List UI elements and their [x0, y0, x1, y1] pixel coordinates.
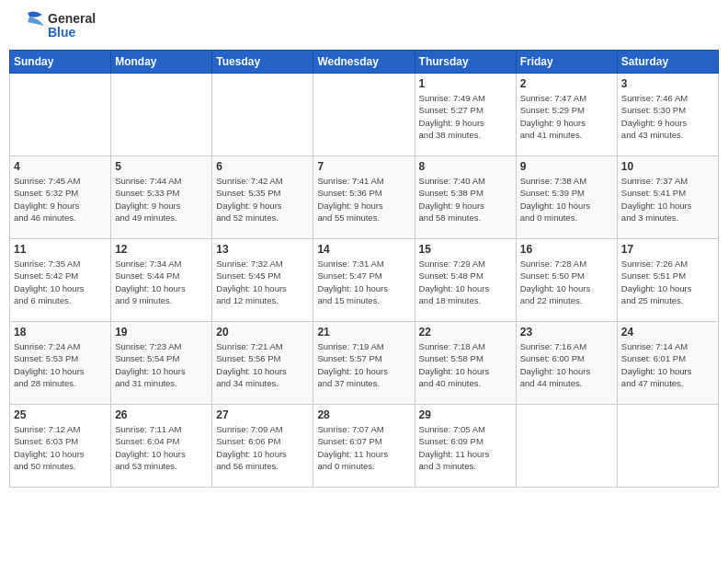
page-header: General Blue [9, 9, 719, 42]
calendar-table: Sunday Monday Tuesday Wednesday Thursday… [9, 50, 719, 488]
day-number: 18 [14, 326, 107, 339]
calendar-week-row: 4Sunrise: 7:45 AM Sunset: 5:32 PM Daylig… [10, 156, 719, 239]
day-number: 14 [317, 243, 410, 256]
calendar-cell: 8Sunrise: 7:40 AM Sunset: 5:38 PM Daylig… [415, 156, 516, 239]
calendar-cell: 6Sunrise: 7:42 AM Sunset: 5:35 PM Daylig… [212, 156, 313, 239]
calendar-cell: 22Sunrise: 7:18 AM Sunset: 5:58 PM Dayli… [415, 322, 516, 405]
day-info: Sunrise: 7:38 AM Sunset: 5:39 PM Dayligh… [520, 175, 613, 224]
calendar-cell: 12Sunrise: 7:34 AM Sunset: 5:44 PM Dayli… [111, 239, 212, 322]
day-info: Sunrise: 7:11 AM Sunset: 6:04 PM Dayligh… [115, 423, 208, 472]
day-number: 26 [115, 408, 208, 421]
day-number: 16 [520, 243, 613, 256]
logo-general-text: General [48, 12, 96, 26]
calendar-week-row: 11Sunrise: 7:35 AM Sunset: 5:42 PM Dayli… [10, 239, 719, 322]
calendar-cell: 19Sunrise: 7:23 AM Sunset: 5:54 PM Dayli… [111, 322, 212, 405]
calendar-cell: 18Sunrise: 7:24 AM Sunset: 5:53 PM Dayli… [10, 322, 111, 405]
day-number: 8 [419, 160, 512, 173]
calendar-cell: 11Sunrise: 7:35 AM Sunset: 5:42 PM Dayli… [10, 239, 111, 322]
col-sunday: Sunday [10, 51, 111, 74]
day-info: Sunrise: 7:07 AM Sunset: 6:07 PM Dayligh… [317, 423, 410, 472]
day-info: Sunrise: 7:44 AM Sunset: 5:33 PM Dayligh… [115, 175, 208, 224]
day-info: Sunrise: 7:12 AM Sunset: 6:03 PM Dayligh… [14, 423, 107, 472]
day-number: 27 [216, 408, 309, 421]
calendar-cell: 26Sunrise: 7:11 AM Sunset: 6:04 PM Dayli… [111, 405, 212, 488]
day-number: 1 [419, 77, 512, 90]
day-number: 6 [216, 160, 309, 173]
col-friday: Friday [516, 51, 617, 74]
day-info: Sunrise: 7:14 AM Sunset: 6:01 PM Dayligh… [621, 340, 714, 389]
day-number: 4 [14, 160, 107, 173]
calendar-cell: 5Sunrise: 7:44 AM Sunset: 5:33 PM Daylig… [111, 156, 212, 239]
col-saturday: Saturday [617, 51, 718, 74]
day-info: Sunrise: 7:31 AM Sunset: 5:47 PM Dayligh… [317, 258, 410, 306]
day-info: Sunrise: 7:09 AM Sunset: 6:06 PM Dayligh… [216, 423, 309, 472]
day-number: 21 [317, 326, 410, 339]
col-thursday: Thursday [415, 51, 516, 74]
day-number: 25 [14, 408, 107, 421]
calendar-cell: 21Sunrise: 7:19 AM Sunset: 5:57 PM Dayli… [313, 322, 415, 405]
calendar-cell: 16Sunrise: 7:28 AM Sunset: 5:50 PM Dayli… [516, 239, 617, 322]
calendar-cell: 4Sunrise: 7:45 AM Sunset: 5:32 PM Daylig… [10, 156, 111, 239]
day-number: 13 [216, 243, 309, 256]
day-info: Sunrise: 7:19 AM Sunset: 5:57 PM Dayligh… [317, 340, 410, 389]
calendar-cell: 14Sunrise: 7:31 AM Sunset: 5:47 PM Dayli… [313, 239, 415, 322]
day-info: Sunrise: 7:21 AM Sunset: 5:56 PM Dayligh… [216, 340, 309, 389]
calendar-cell: 27Sunrise: 7:09 AM Sunset: 6:06 PM Dayli… [212, 405, 313, 488]
day-info: Sunrise: 7:42 AM Sunset: 5:35 PM Dayligh… [216, 175, 309, 224]
calendar-header-row: Sunday Monday Tuesday Wednesday Thursday… [10, 51, 719, 74]
day-info: Sunrise: 7:47 AM Sunset: 5:29 PM Dayligh… [520, 92, 613, 141]
day-info: Sunrise: 7:34 AM Sunset: 5:44 PM Dayligh… [115, 258, 208, 306]
day-info: Sunrise: 7:46 AM Sunset: 5:30 PM Dayligh… [621, 92, 714, 141]
calendar-cell: 28Sunrise: 7:07 AM Sunset: 6:07 PM Dayli… [313, 405, 415, 488]
day-number: 29 [419, 408, 512, 421]
day-info: Sunrise: 7:24 AM Sunset: 5:53 PM Dayligh… [14, 340, 107, 389]
col-monday: Monday [111, 51, 212, 74]
calendar-cell: 20Sunrise: 7:21 AM Sunset: 5:56 PM Dayli… [212, 322, 313, 405]
calendar-cell: 25Sunrise: 7:12 AM Sunset: 6:03 PM Dayli… [10, 405, 111, 488]
day-number: 9 [520, 160, 613, 173]
day-number: 19 [115, 326, 208, 339]
col-tuesday: Tuesday [212, 51, 313, 74]
calendar-cell: 29Sunrise: 7:05 AM Sunset: 6:09 PM Dayli… [415, 405, 516, 488]
calendar-cell: 17Sunrise: 7:26 AM Sunset: 5:51 PM Dayli… [617, 239, 718, 322]
day-number: 11 [14, 243, 107, 256]
day-number: 3 [621, 77, 714, 90]
calendar-week-row: 18Sunrise: 7:24 AM Sunset: 5:53 PM Dayli… [10, 322, 719, 405]
day-info: Sunrise: 7:35 AM Sunset: 5:42 PM Dayligh… [14, 258, 107, 306]
calendar-cell: 2Sunrise: 7:47 AM Sunset: 5:29 PM Daylig… [516, 74, 617, 156]
day-info: Sunrise: 7:23 AM Sunset: 5:54 PM Dayligh… [115, 340, 208, 389]
calendar-week-row: 1Sunrise: 7:49 AM Sunset: 5:27 PM Daylig… [10, 74, 719, 156]
day-info: Sunrise: 7:41 AM Sunset: 5:36 PM Dayligh… [317, 175, 410, 224]
calendar-cell: 1Sunrise: 7:49 AM Sunset: 5:27 PM Daylig… [415, 74, 516, 156]
day-number: 24 [621, 326, 714, 339]
calendar-body: 1Sunrise: 7:49 AM Sunset: 5:27 PM Daylig… [10, 74, 719, 488]
calendar-cell: 3Sunrise: 7:46 AM Sunset: 5:30 PM Daylig… [617, 74, 718, 156]
calendar-cell [516, 405, 617, 488]
calendar-cell [313, 74, 415, 156]
calendar-cell: 24Sunrise: 7:14 AM Sunset: 6:01 PM Dayli… [617, 322, 718, 405]
calendar-cell: 9Sunrise: 7:38 AM Sunset: 5:39 PM Daylig… [516, 156, 617, 239]
day-info: Sunrise: 7:49 AM Sunset: 5:27 PM Dayligh… [419, 92, 512, 141]
calendar-cell: 10Sunrise: 7:37 AM Sunset: 5:41 PM Dayli… [617, 156, 718, 239]
calendar-cell: 15Sunrise: 7:29 AM Sunset: 5:48 PM Dayli… [415, 239, 516, 322]
day-info: Sunrise: 7:05 AM Sunset: 6:09 PM Dayligh… [419, 423, 512, 472]
calendar-cell [212, 74, 313, 156]
day-info: Sunrise: 7:40 AM Sunset: 5:38 PM Dayligh… [419, 175, 512, 224]
day-number: 7 [317, 160, 410, 173]
day-info: Sunrise: 7:37 AM Sunset: 5:41 PM Dayligh… [621, 175, 714, 224]
day-number: 10 [621, 160, 714, 173]
day-info: Sunrise: 7:32 AM Sunset: 5:45 PM Dayligh… [216, 258, 309, 306]
calendar-cell: 13Sunrise: 7:32 AM Sunset: 5:45 PM Dayli… [212, 239, 313, 322]
calendar-cell: 23Sunrise: 7:16 AM Sunset: 6:00 PM Dayli… [516, 322, 617, 405]
logo-svg [9, 9, 46, 42]
day-info: Sunrise: 7:16 AM Sunset: 6:00 PM Dayligh… [520, 340, 613, 389]
day-number: 12 [115, 243, 208, 256]
day-number: 2 [520, 77, 613, 90]
day-number: 5 [115, 160, 208, 173]
logo: General Blue [9, 9, 96, 42]
day-number: 15 [419, 243, 512, 256]
day-number: 22 [419, 326, 512, 339]
calendar-week-row: 25Sunrise: 7:12 AM Sunset: 6:03 PM Dayli… [10, 405, 719, 488]
calendar-cell: 7Sunrise: 7:41 AM Sunset: 5:36 PM Daylig… [313, 156, 415, 239]
calendar-cell [111, 74, 212, 156]
